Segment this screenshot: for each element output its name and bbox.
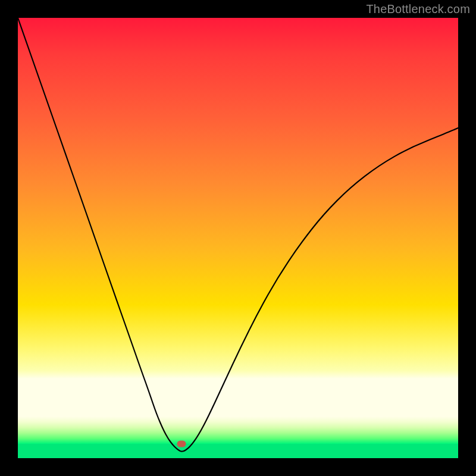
plot-area [18,18,458,458]
chart-frame: TheBottleneck.com [0,0,476,476]
optimal-point-marker [177,440,186,447]
watermark-text: TheBottleneck.com [366,2,470,16]
bottleneck-curve [18,18,458,458]
